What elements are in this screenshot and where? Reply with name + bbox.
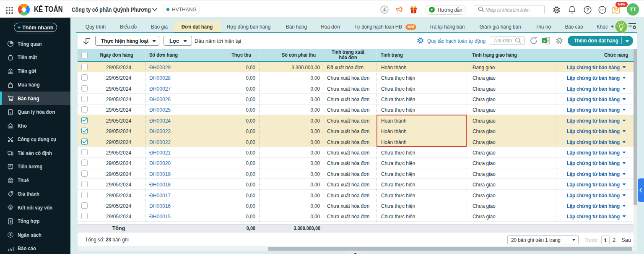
svg-text:$: $: [9, 233, 11, 237]
svg-text:X: X: [543, 39, 546, 43]
svg-text:?: ?: [586, 7, 589, 12]
svg-text:$: $: [10, 206, 12, 209]
svg-text:$: $: [10, 219, 12, 223]
